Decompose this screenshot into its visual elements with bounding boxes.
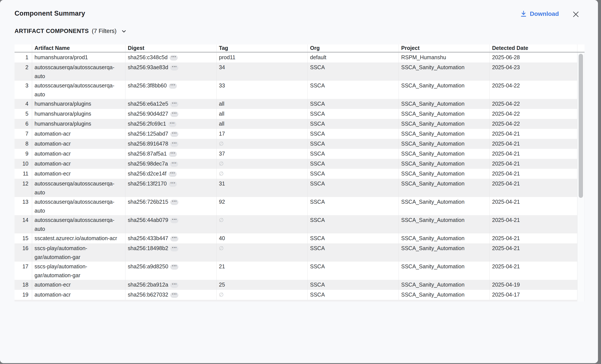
digest-cell: sha256:8916478...: [125, 139, 217, 149]
detected-date-cell: 2025-04-21: [490, 243, 577, 262]
detected-date-cell: 2025-04-17: [490, 290, 577, 300]
table-row: 7automation-acrsha256:125abd7...17SSCASS…: [15, 129, 577, 139]
digest-more-button[interactable]: ...: [170, 101, 178, 107]
tag-cell: ∅: [217, 243, 308, 262]
detected-date-cell: 2025-04-21: [490, 169, 577, 179]
row-number-cell: 12: [15, 179, 32, 197]
row-number-cell: 2: [15, 62, 32, 81]
table-body: 1humanshuarora/prod1sha256:c348c5d...pro…: [15, 52, 577, 302]
digest-cell: sha256:b627032...: [125, 290, 217, 300]
row-number-cell: 5: [15, 109, 32, 119]
digest-more-button[interactable]: ...: [170, 200, 178, 205]
tag-cell: ∅: [217, 290, 308, 300]
detected-date-cell: 2025-04-22: [490, 109, 577, 119]
project-cell: SSCA_Sanity_Automation: [399, 159, 490, 169]
digest-more-button[interactable]: ...: [170, 282, 178, 288]
tag-cell: 25: [217, 280, 308, 290]
org-cell: SSCA: [308, 197, 399, 215]
row-number-cell: 19: [15, 290, 32, 300]
download-button[interactable]: Download: [520, 10, 559, 17]
tag-cell: 17: [217, 129, 308, 139]
project-cell: SSCA_Sanity_Automation: [399, 280, 490, 290]
project-cell: SSCA_Sanity_Automation: [399, 215, 490, 233]
tag-cell: ∅: [217, 215, 308, 233]
digest-more-button[interactable]: ...: [169, 171, 177, 177]
digest-more-button[interactable]: ...: [170, 218, 178, 223]
artifact-name-cell: automation-acr: [32, 129, 125, 139]
artifact-name-cell: humanshuarora/plugins: [32, 109, 125, 119]
row-number-cell: 13: [15, 197, 32, 215]
chevron-down-icon: [121, 28, 127, 34]
digest-more-button[interactable]: ...: [170, 236, 178, 241]
column-header-index: [15, 44, 32, 52]
digest-cell: sha256:93ae83d...: [125, 62, 217, 81]
digest-more-button[interactable]: ...: [169, 181, 177, 187]
column-header-detected-date: Detected Date: [490, 44, 577, 52]
digest-more-button[interactable]: ...: [170, 55, 178, 60]
digest-cell: sha256:2fc69c1...: [125, 119, 217, 129]
column-header-digest: Digest: [125, 44, 217, 52]
org-cell: SSCA: [308, 139, 399, 149]
artifact-components-table: Artifact Name Digest Tag Org Project Det…: [15, 44, 584, 302]
row-number-cell: 15: [15, 233, 32, 243]
digest-more-button[interactable]: ...: [170, 292, 178, 298]
row-number-cell: 10: [15, 159, 32, 169]
empty-tag-symbol: ∅: [219, 245, 224, 251]
digest-more-button[interactable]: ...: [170, 161, 178, 167]
tag-cell: prod11: [217, 52, 308, 62]
digest-more-button[interactable]: ...: [169, 151, 177, 157]
org-cell: SSCA: [308, 215, 399, 233]
tag-cell: 40: [217, 233, 308, 243]
project-cell: SSCA_Sanity_Automation: [399, 119, 490, 129]
digest-more-button[interactable]: ...: [169, 83, 177, 89]
digest-more-button[interactable]: ...: [170, 65, 178, 70]
tag-cell: 34: [217, 62, 308, 81]
detected-date-cell: 2025-04-21: [490, 129, 577, 139]
artifact-name-cell: autosscauserqa/autosscauserqa-auto: [32, 197, 125, 215]
table-row: 17sscs-play/automation-gar/automation-ga…: [15, 262, 577, 280]
artifact-name-cell: autosscauserqa/autosscauserqa-auto: [32, 81, 125, 99]
row-number-cell: 6: [15, 119, 32, 129]
vertical-scrollbar[interactable]: [578, 52, 584, 302]
digest-more-button[interactable]: ...: [170, 141, 178, 147]
digest-cell: sha256:3f8bb60...: [125, 81, 217, 99]
digest-more-button[interactable]: ...: [170, 111, 178, 117]
table-row: 18automation-ecrsha256:2ba912a...25SSCAS…: [15, 280, 577, 290]
digest-cell: sha256:44ab079...: [125, 215, 217, 233]
tag-cell: ∅: [217, 169, 308, 179]
empty-tag-symbol: ∅: [219, 217, 224, 223]
detected-date-cell: 2025-04-21: [490, 262, 577, 280]
table-row: 4humanshuarora/pluginssha256:e6a12e5...a…: [15, 99, 577, 109]
artifact-name-cell: automation-acr: [32, 290, 125, 300]
org-cell: SSCA: [308, 179, 399, 197]
org-cell: SSCA: [308, 262, 399, 280]
digest-cell: sha256:a9d8250...: [125, 262, 217, 280]
digest-more-button[interactable]: ...: [170, 264, 178, 270]
org-cell: SSCA: [308, 81, 399, 99]
row-number-cell: 1: [15, 52, 32, 62]
digest-more-button[interactable]: ...: [168, 121, 176, 127]
row-number-cell: 14: [15, 215, 32, 233]
digest-more-button[interactable]: ...: [170, 131, 178, 137]
artifact-name-cell: autosscauserqa/autosscauserqa-auto: [32, 179, 125, 197]
vertical-scrollbar-thumb[interactable]: [579, 54, 583, 198]
artifact-name-cell: automation-acr: [32, 149, 125, 159]
artifact-name-cell: sscs-play/automation-gar/automation-gar: [32, 243, 125, 262]
detected-date-cell: 2025-04-21: [490, 197, 577, 215]
org-cell: SSCA: [308, 169, 399, 179]
digest-more-button[interactable]: ...: [170, 246, 178, 251]
row-number-cell: 7: [15, 129, 32, 139]
detected-date-cell: 2025-04-21: [490, 149, 577, 159]
screen: Component Summary Download ARTIFACT COMP…: [0, 0, 601, 364]
tag-cell: all: [217, 109, 308, 119]
project-cell: SSCA_Sanity_Automation: [399, 129, 490, 139]
artifact-name-cell: humanshuarora/plugins: [32, 99, 125, 109]
row-number-cell: 17: [15, 262, 32, 280]
close-button[interactable]: [571, 10, 580, 19]
detected-date-cell: 2025-04-21: [490, 233, 577, 243]
table-row: 8automation-acrsha256:8916478...∅SSCASSC…: [15, 139, 577, 149]
artifact-name-cell: autosscauserqa/autosscauserqa-auto: [32, 215, 125, 233]
artifact-components-section-toggle[interactable]: ARTIFACT COMPONENTS (7 Filters): [15, 28, 127, 34]
tag-cell: ∅: [217, 139, 308, 149]
close-icon: [572, 11, 580, 18]
